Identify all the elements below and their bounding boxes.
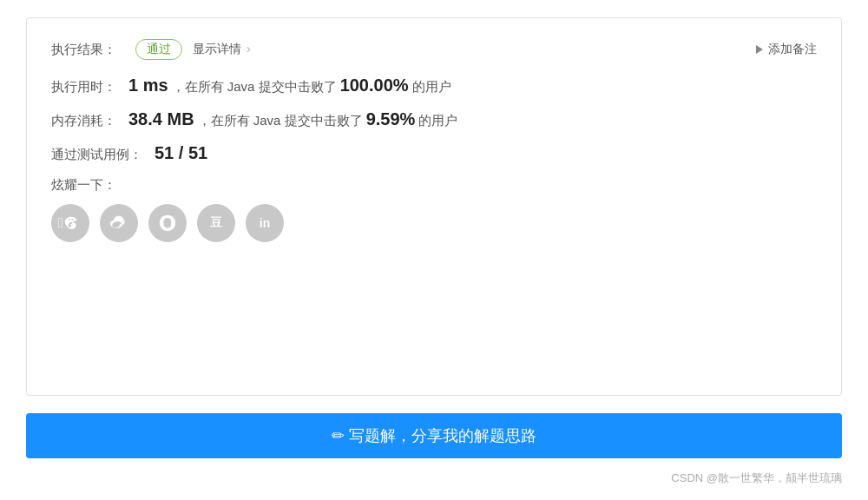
memory-row: 内存消耗： 38.4 MB ，在所有 Java 提交中击败了 9.59% 的用户 (51, 109, 817, 129)
linkedin-button[interactable]: in (246, 204, 284, 242)
add-note-icon (756, 45, 763, 54)
weibo-svg-icon (109, 214, 128, 233)
time-row: 执行用时： 1 ms ，在所有 Java 提交中击败了 100.00% 的用户 (51, 76, 817, 95)
qq-svg-icon (158, 214, 177, 233)
show-detail-arrow: › (247, 42, 251, 56)
douban-icon: 豆 (210, 215, 222, 231)
memory-percent: 9.59% (366, 109, 416, 129)
footer-text: CSDN @散一世繁华，颠半世琉璃 (671, 471, 842, 484)
memory-value: 38.4 MB (128, 109, 194, 129)
time-value: 1 ms (128, 76, 168, 95)
footer: CSDN @散一世繁华，颠半世琉璃 (0, 470, 868, 500)
show-off-label: 炫耀一下： (51, 177, 817, 194)
linkedin-icon: in (260, 216, 270, 230)
memory-separator: ，在所有 Java 提交中击败了 (198, 113, 363, 129)
write-solution-button[interactable]: ✏ 写题解，分享我的解题思路 (26, 413, 842, 458)
show-off-row: 炫耀一下：  豆 in (51, 177, 817, 242)
time-suffix: 的用户 (412, 79, 451, 95)
tests-label: 通过测试用例： (51, 147, 142, 163)
result-label: 执行结果： (51, 42, 116, 58)
add-note-label: 添加备注 (768, 42, 817, 57)
write-solution-label: 写题解，分享我的解题思路 (349, 427, 536, 444)
tests-value: 51 / 51 (155, 143, 207, 163)
result-badge: 通过 (135, 39, 182, 60)
qq-button[interactable] (148, 204, 187, 242)
time-separator: ，在所有 Java 提交中击败了 (172, 79, 337, 95)
social-icons:  豆 in (51, 204, 817, 242)
time-percent: 100.00% (340, 76, 409, 95)
memory-suffix: 的用户 (418, 113, 457, 129)
show-detail-text: 显示详情 (193, 42, 241, 56)
time-label: 执行用时： (51, 79, 116, 95)
result-left: 执行结果： 通过 显示详情 › (51, 39, 251, 60)
wechat-button[interactable]:  (51, 204, 89, 242)
main-card: 执行结果： 通过 显示详情 › 添加备注 执行用时： 1 ms ，在所有 Jav… (26, 17, 842, 396)
write-solution-icon: ✏ (332, 427, 345, 444)
result-row: 执行结果： 通过 显示详情 › 添加备注 (51, 39, 817, 60)
douban-button[interactable]: 豆 (197, 204, 235, 242)
memory-label: 内存消耗： (51, 113, 116, 129)
show-detail-button[interactable]: 显示详情 › (193, 42, 251, 57)
weibo-button[interactable] (100, 204, 138, 242)
add-note-button[interactable]: 添加备注 (756, 42, 817, 57)
test-cases-row: 通过测试用例： 51 / 51 (51, 143, 817, 163)
wechat-svg-icon (63, 214, 82, 233)
